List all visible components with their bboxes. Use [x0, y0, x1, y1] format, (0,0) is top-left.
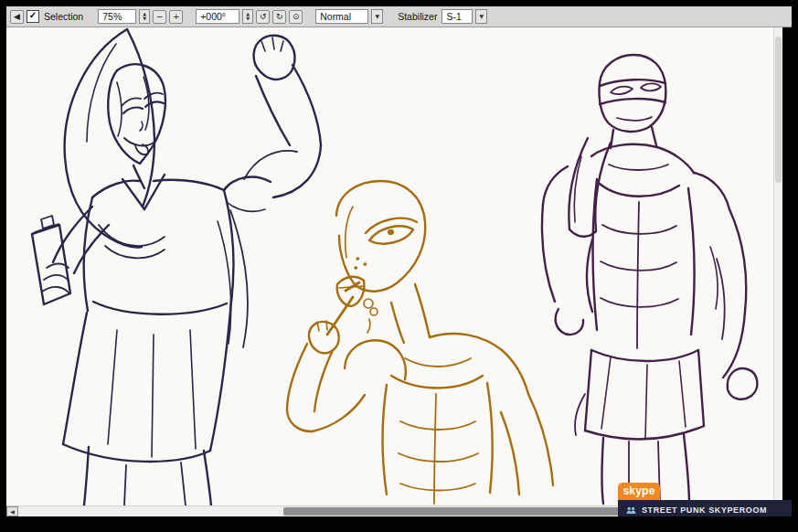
group-icon [626, 506, 636, 515]
blend-dropdown-icon[interactable]: ▼ [371, 9, 383, 24]
top-letterbox [0, 0, 798, 6]
skype-notification[interactable]: skype STREET PUNK SKYPEROOM [618, 483, 798, 520]
left-letterbox [0, 0, 6, 532]
zoom-spinner[interactable]: ▲ ▼ [139, 9, 150, 24]
app-window: ◀ ✓ Selection 75% ▲ ▼ − + +000° ▲ ▼ ↺ ↻ … [0, 0, 798, 532]
blend-mode-select[interactable]: Normal [315, 9, 368, 24]
right-letterbox [792, 0, 798, 532]
collapse-toolbar-icon[interactable]: ◀ [10, 10, 24, 24]
rotate-ccw-button[interactable]: ↺ [256, 10, 270, 24]
skype-logo[interactable]: skype [618, 483, 660, 500]
rotate-cw-button[interactable]: ↻ [272, 10, 286, 24]
selection-checkbox[interactable]: ✓ [27, 10, 39, 23]
scroll-left-icon[interactable]: ◀ [6, 506, 18, 516]
reset-view-button[interactable]: ⊙ [289, 10, 303, 24]
bottom-letterbox [0, 516, 798, 532]
stabilizer-select[interactable]: S-1 [442, 9, 473, 24]
spin-down-icon: ▼ [143, 16, 146, 21]
skype-room-name: STREET PUNK SKYPEROOM [642, 505, 767, 515]
spin-down-icon: ▼ [246, 16, 250, 21]
horizontal-scroll-thumb[interactable] [283, 507, 623, 516]
figure-hooded-woman [32, 29, 321, 505]
figure-masked-turtle-towel [542, 55, 757, 504]
zoom-out-button[interactable]: − [153, 10, 166, 24]
selection-label: Selection [42, 11, 85, 22]
stabilizer-dropdown-icon[interactable]: ▼ [475, 9, 487, 24]
vertical-scrollbar[interactable] [773, 27, 782, 505]
figure-turtle-brushing-teeth [287, 181, 553, 504]
vertical-scroll-thumb[interactable] [775, 37, 782, 183]
artwork [6, 27, 782, 505]
stabilizer-label: Stabilizer [396, 11, 439, 22]
drawing-canvas[interactable] [6, 27, 782, 505]
rotation-spinner[interactable]: ▲ ▼ [242, 9, 253, 24]
zoom-value-field[interactable]: 75% [98, 9, 136, 24]
toolbar: ◀ ✓ Selection 75% ▲ ▼ − + +000° ▲ ▼ ↺ ↻ … [6, 6, 792, 27]
rotation-value-field[interactable]: +000° [196, 9, 239, 24]
zoom-in-button[interactable]: + [169, 10, 183, 24]
